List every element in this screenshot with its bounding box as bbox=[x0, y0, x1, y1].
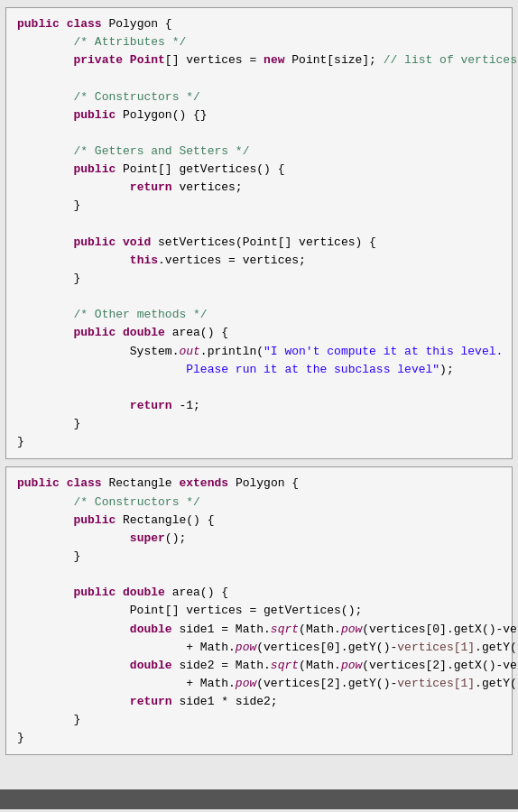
rectangle-code-block: public class Rectangle extends Polygon {… bbox=[5, 466, 513, 755]
code-line: return side1 * side2; bbox=[17, 693, 501, 711]
dark-bar bbox=[0, 789, 518, 809]
polygon-code-block: public class Polygon { /* Attributes */ … bbox=[5, 7, 513, 459]
code-line: super(); bbox=[17, 530, 501, 548]
code-line: + Math.pow(vertices[0].getY()-vertices[1… bbox=[17, 639, 501, 657]
code-line: public double area() { bbox=[17, 324, 501, 342]
code-line: return vertices; bbox=[17, 179, 501, 197]
code-line: public double area() { bbox=[17, 584, 501, 602]
code-line: + Math.pow(vertices[2].getY()-vertices[1… bbox=[17, 675, 501, 693]
code-line: /* Other methods */ bbox=[17, 306, 501, 324]
code-line: /* Attributes */ bbox=[17, 33, 501, 51]
code-line bbox=[17, 216, 501, 234]
rectangle-code: public class Rectangle extends Polygon {… bbox=[17, 475, 501, 747]
code-line: public Rectangle() { bbox=[17, 512, 501, 530]
code-line: } bbox=[17, 197, 501, 215]
code-line: /* Constructors */ bbox=[17, 88, 501, 106]
code-line: Please run it at the subclass level"); bbox=[17, 361, 501, 379]
polygon-code: public class Polygon { /* Attributes */ … bbox=[17, 15, 501, 451]
spacer bbox=[0, 762, 518, 789]
code-line bbox=[17, 379, 501, 397]
code-line: /* Getters and Setters */ bbox=[17, 143, 501, 161]
code-line bbox=[17, 69, 501, 88]
code-line: } bbox=[17, 433, 501, 451]
code-line: public class Rectangle extends Polygon { bbox=[17, 475, 501, 493]
code-line: public Point[] getVertices() { bbox=[17, 161, 501, 179]
code-line: this.vertices = vertices; bbox=[17, 252, 501, 270]
code-line: } bbox=[17, 548, 501, 566]
code-line: } bbox=[17, 270, 501, 288]
code-line: System.out.println("I won't compute it a… bbox=[17, 343, 501, 361]
code-line: double side1 = Math.sqrt(Math.pow(vertic… bbox=[17, 621, 501, 639]
code-line: public class Polygon { bbox=[17, 15, 501, 33]
code-line: /* Constructors */ bbox=[17, 494, 501, 512]
code-line: Point[] vertices = getVertices(); bbox=[17, 602, 501, 620]
code-line: return -1; bbox=[17, 397, 501, 415]
code-line: public void setVertices(Point[] vertices… bbox=[17, 234, 501, 252]
code-line: } bbox=[17, 729, 501, 747]
code-line bbox=[17, 125, 501, 143]
code-line bbox=[17, 566, 501, 584]
code-line: public Polygon() {} bbox=[17, 106, 501, 125]
code-line: private Point[] vertices = new Point[siz… bbox=[17, 51, 501, 69]
code-line: } bbox=[17, 415, 501, 433]
code-line: } bbox=[17, 711, 501, 729]
code-line bbox=[17, 288, 501, 306]
code-line: double side2 = Math.sqrt(Math.pow(vertic… bbox=[17, 657, 501, 675]
